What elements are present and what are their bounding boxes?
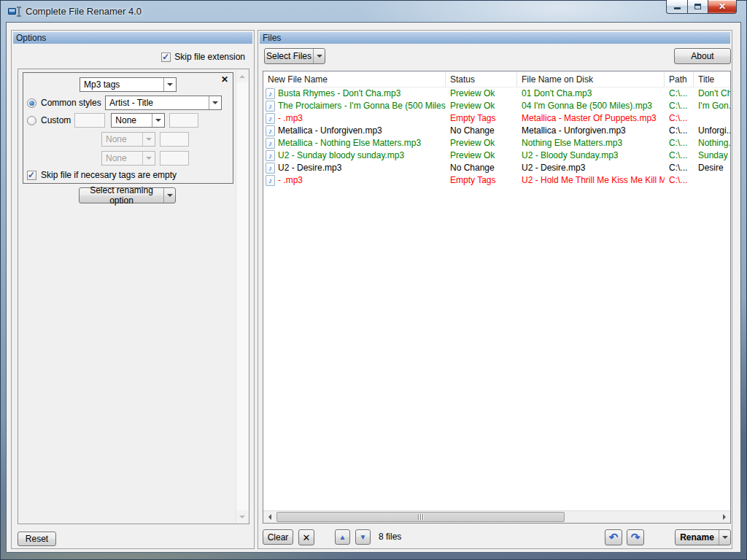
clear-button[interactable]: Clear (263, 529, 293, 545)
music-note-icon: ♪ (266, 113, 275, 124)
custom-part-value-1: None (112, 114, 152, 127)
select-files-button[interactable]: Select Files (264, 48, 325, 64)
about-button[interactable]: About (674, 48, 731, 64)
scroll-right-icon[interactable] (718, 511, 730, 523)
custom-part-combo-1[interactable]: None (111, 113, 165, 128)
custom-row: Custom None (27, 113, 229, 128)
cell-path: C:\... (665, 100, 694, 112)
music-note-icon: ♪ (266, 88, 275, 99)
undo-icon: ↶ (609, 531, 619, 544)
table-row[interactable]: ♪ - .mp3 Empty Tags Metallica - Master O… (263, 112, 730, 125)
cell-new-file-name: Metallica - Nothing Else Matters.mp3 (278, 137, 421, 149)
skip-extension-checkbox[interactable] (161, 52, 171, 62)
table-horizontal-scrollbar[interactable] (263, 510, 730, 523)
undo-button[interactable]: ↶ (605, 529, 622, 545)
cell-path: C:\... (665, 137, 694, 149)
reset-button[interactable]: Reset (18, 532, 56, 546)
cell-title: Nothing... (694, 137, 730, 149)
minimize-icon (674, 7, 681, 9)
arrow-up-icon: ▲ (339, 533, 347, 541)
arrow-down-icon: ▼ (360, 533, 367, 541)
column-header-path[interactable]: Path (665, 71, 694, 87)
options-panel: Options Skip file extension ✕ Mp3 tags C… (11, 30, 255, 549)
cell-status: Preview Ok (446, 149, 517, 162)
cell-file-name-on-disk: U2 - Bloody Sunday.mp3 (517, 149, 665, 162)
close-button[interactable]: ✕ (708, 0, 737, 14)
redo-button[interactable]: ↷ (627, 529, 644, 545)
skip-empty-label: Skip file if necesary tags are empty (41, 170, 177, 180)
custom-row-2: None (27, 132, 229, 147)
remove-selected-button[interactable]: ✕ (298, 529, 314, 545)
move-down-button[interactable]: ▼ (355, 529, 371, 545)
select-renaming-option-label: Select renaming option (80, 185, 163, 206)
tag-source-value: Mp3 tags (80, 78, 163, 91)
cell-status: Preview Ok (446, 100, 517, 112)
chevron-down-icon (719, 530, 730, 545)
table-header: New File Name Status File Name on Disk P… (263, 71, 730, 88)
cell-status: No Change (446, 125, 517, 137)
table-row[interactable]: ♪ U2 - Sunday bloody sunday.mp3 Preview … (263, 149, 730, 162)
tag-source-combo[interactable]: Mp3 tags (80, 77, 177, 92)
options-panel-header: Options (13, 32, 252, 44)
titlebar[interactable]: Complete File Renamer 4.0 (1, 1, 746, 22)
file-table: New File Name Status File Name on Disk P… (263, 71, 731, 524)
custom-separator-field-1[interactable] (169, 113, 198, 128)
music-note-icon: ♪ (266, 150, 275, 161)
custom-text-field[interactable] (74, 113, 105, 128)
table-row[interactable]: ♪ Metallica - Nothing Else Matters.mp3 P… (263, 137, 730, 149)
chevron-down-icon (163, 78, 176, 91)
skip-empty-row[interactable]: Skip file if necesary tags are empty (27, 169, 229, 181)
music-note-icon: ♪ (266, 138, 275, 149)
cell-path: C:\... (665, 125, 694, 137)
scroll-down-icon[interactable] (236, 510, 248, 523)
scrollbar-thumb[interactable] (276, 512, 565, 522)
select-renaming-option-button[interactable]: Select renaming option (79, 187, 176, 203)
maximize-icon (694, 4, 701, 9)
skip-extension-label: Skip file extension (174, 52, 245, 62)
common-styles-row: Common styles Artist - Title (27, 96, 229, 110)
skip-empty-checkbox[interactable] (27, 171, 36, 180)
column-header-file-name-on-disk[interactable]: File Name on Disk (517, 71, 665, 87)
common-styles-radio[interactable] (27, 98, 36, 108)
table-row[interactable]: ♪ - .mp3 Empty Tags U2 - Hold Me Thrill … (263, 174, 730, 187)
cell-file-name-on-disk: U2 - Hold Me Thrill Me Kiss Me Kill M... (517, 174, 665, 187)
cell-status: Empty Tags (446, 112, 517, 125)
table-row[interactable]: ♪ Metallica - Unforgiven.mp3 No Change M… (263, 125, 730, 137)
common-style-combo[interactable]: Artist - Title (105, 96, 222, 110)
cell-title: Don't Cha (694, 88, 730, 100)
custom-radio[interactable] (27, 116, 36, 125)
scroll-up-icon[interactable] (236, 70, 248, 82)
renaming-options-box: ✕ Mp3 tags Common styles Artist - Title … (18, 69, 249, 524)
client-area: Options Skip file extension ✕ Mp3 tags C… (6, 22, 741, 553)
x-icon: ✕ (303, 532, 311, 543)
rename-button[interactable]: Rename (675, 529, 731, 545)
cell-new-file-name: - .mp3 (278, 174, 303, 187)
cell-file-name-on-disk: U2 - Desire.mp3 (517, 162, 665, 174)
column-header-title[interactable]: Title (694, 71, 730, 87)
skip-extension-row[interactable]: Skip file extension (161, 52, 245, 62)
table-row[interactable]: ♪ Busta Rhymes - Don't Cha.mp3 Preview O… (263, 88, 730, 100)
cell-new-file-name: Metallica - Unforgiven.mp3 (278, 125, 382, 137)
table-row[interactable]: ♪ The Proclaimers - I'm Gonna Be (500 Mi… (263, 100, 730, 112)
table-row[interactable]: ♪ U2 - Desire.mp3 No Change U2 - Desire.… (263, 162, 730, 174)
custom-separator-field-3[interactable] (160, 151, 189, 166)
custom-separator-field-2[interactable] (160, 132, 189, 147)
select-files-label: Select Files (265, 51, 313, 61)
music-note-icon: ♪ (266, 163, 275, 174)
scroll-left-icon[interactable] (263, 511, 276, 523)
rename-label: Rename (676, 532, 719, 542)
cell-file-name-on-disk: 01 Don't Cha.mp3 (517, 88, 665, 100)
cell-new-file-name: - .mp3 (278, 112, 303, 125)
options-vertical-scrollbar[interactable] (236, 70, 248, 523)
custom-part-combo-3[interactable]: None (101, 151, 155, 166)
music-note-icon: ♪ (266, 125, 275, 136)
column-header-new-file-name[interactable]: New File Name (263, 71, 446, 87)
minimize-button[interactable] (666, 0, 687, 14)
window-title: Complete File Renamer 4.0 (26, 6, 142, 17)
common-style-value: Artist - Title (106, 96, 209, 109)
custom-part-combo-2[interactable]: None (101, 132, 155, 147)
group-close-button[interactable]: ✕ (220, 74, 230, 85)
maximize-button[interactable] (687, 0, 708, 14)
column-header-status[interactable]: Status (446, 71, 517, 87)
move-up-button[interactable]: ▲ (335, 529, 350, 545)
